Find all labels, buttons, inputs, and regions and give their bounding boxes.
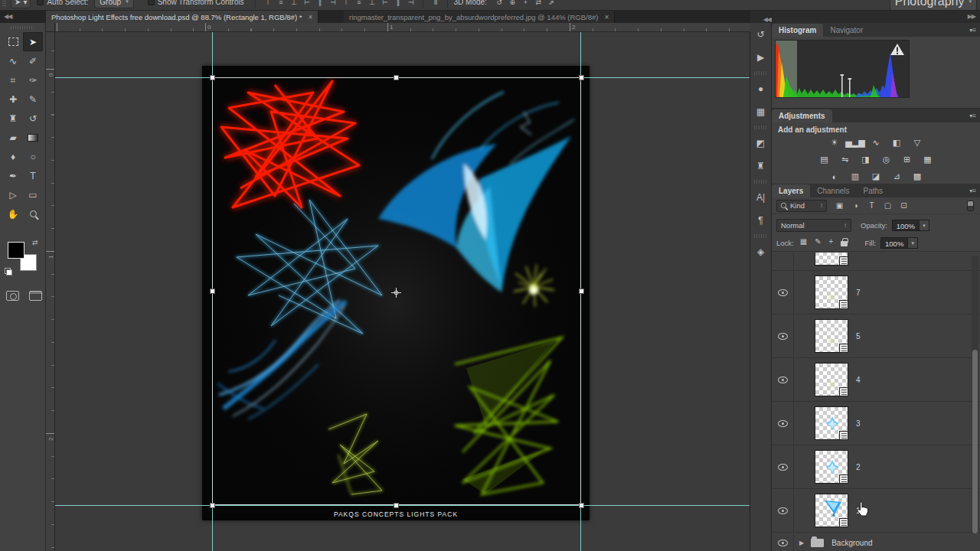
document-tab-inactive[interactable]: ringmaster_transparent_png_by_absurdword…	[344, 11, 615, 23]
panel-menu-icon[interactable]: ▾≡	[969, 112, 976, 119]
filter-type-layers-icon[interactable]: T	[865, 200, 878, 211]
collapse-panels-icon[interactable]: ▶▶	[968, 13, 975, 20]
swap-colors-icon[interactable]: ⇄	[32, 239, 38, 246]
foreground-color-swatch[interactable]	[8, 242, 24, 259]
actions-panel-icon[interactable]: ▶	[752, 46, 770, 69]
layer-name[interactable]: 2	[856, 463, 861, 471]
gradient-map-icon[interactable]: ▩	[910, 170, 925, 183]
layers-scrollbar[interactable]	[972, 256, 978, 533]
rectangle-tool[interactable]: ▭	[23, 185, 43, 204]
rectangular-marquee-tool[interactable]	[3, 32, 23, 51]
spot-healing-brush-tool[interactable]: ✚	[3, 90, 23, 109]
color-panel-icon[interactable]: ●	[752, 77, 770, 100]
gradient-tool[interactable]	[23, 128, 43, 147]
panel-menu-icon[interactable]: ▾≡	[969, 27, 976, 34]
pen-tool[interactable]: ✒	[3, 166, 23, 185]
ruler-origin-box[interactable]	[46, 23, 55, 32]
lock-transparent-pixels-icon[interactable]: ▦	[800, 237, 807, 248]
photo-filter-icon[interactable]: ◎	[879, 153, 894, 166]
vibrance-icon[interactable]: ▽	[910, 136, 925, 149]
transform-handle-bottom-right[interactable]	[579, 503, 584, 508]
brightness-contrast-icon[interactable]: ☀	[827, 136, 842, 149]
align-bottom-edges-icon[interactable]: ⊥	[288, 0, 299, 6]
lock-position-icon[interactable]: +	[829, 237, 834, 248]
invert-icon[interactable]: ◐	[827, 170, 842, 183]
tab-adjustments[interactable]: Adjustments	[772, 109, 832, 122]
filter-toggle-switch[interactable]	[967, 201, 974, 211]
visibility-toggle[interactable]	[772, 445, 794, 488]
align-horizontal-centers-icon[interactable]: ∥	[314, 0, 325, 6]
layer-name[interactable]: 3	[856, 419, 861, 428]
brush-tool[interactable]: ✎	[23, 90, 43, 109]
hand-tool[interactable]: ✋	[3, 204, 23, 223]
curves-icon[interactable]: ∿	[868, 136, 884, 149]
layer-row-5[interactable]: 5	[772, 315, 980, 358]
clone-source-panel-icon[interactable]: ♜	[752, 155, 770, 178]
3d-drag-icon[interactable]: +	[520, 0, 531, 6]
align-left-edges-icon[interactable]: ⊢	[301, 0, 312, 6]
blend-mode-dropdown[interactable]: Normal ↕	[776, 219, 851, 232]
black-white-icon[interactable]: ◨	[858, 153, 874, 166]
3d-panel-icon[interactable]: ◈	[752, 240, 770, 263]
layer-name[interactable]: 7	[856, 289, 861, 297]
transform-handle-middle-left[interactable]	[210, 289, 215, 294]
distribute-left-edges-icon[interactable]: ⊢	[379, 0, 390, 6]
zoom-tool[interactable]	[23, 204, 43, 223]
blur-tool[interactable]: ♦	[3, 147, 23, 166]
layer-row-3[interactable]: 3	[772, 402, 980, 445]
filter-adjustment-layers-icon[interactable]: ◑	[849, 200, 862, 211]
lock-image-pixels-icon[interactable]: ✎	[815, 237, 821, 248]
layer-row-2[interactable]: 2	[772, 445, 980, 489]
layer-thumbnail[interactable]	[815, 363, 848, 396]
crop-tool[interactable]: ⌗	[3, 70, 23, 90]
history-brush-tool[interactable]: ↺	[23, 109, 43, 128]
lock-all-icon[interactable]	[841, 237, 848, 248]
tab-paths[interactable]: Paths	[857, 184, 890, 197]
dodge-tool[interactable]: ○	[23, 147, 43, 166]
show-transform-checkbox[interactable]	[148, 0, 155, 5]
channel-mixer-icon[interactable]: ⊞	[900, 153, 915, 166]
distribute-right-edges-icon[interactable]: ⊣	[405, 0, 416, 6]
close-icon[interactable]: ×	[308, 13, 312, 21]
tab-histogram[interactable]: Histogram	[772, 24, 823, 37]
color-lookup-icon[interactable]: ▦	[920, 153, 936, 166]
move-tool[interactable]: ➤	[23, 32, 43, 51]
close-icon[interactable]: ×	[604, 13, 609, 21]
scrollbar-thumb[interactable]	[972, 350, 978, 533]
layer-thumbnail[interactable]	[815, 406, 848, 440]
3d-slide-icon[interactable]: ⇄	[533, 0, 544, 6]
layer-row-4[interactable]: 4	[772, 358, 980, 402]
align-top-edges-icon[interactable]: ⊤	[262, 0, 273, 6]
tab-layers[interactable]: Layers	[772, 184, 810, 197]
show-transform-option[interactable]: Show Transform Controls	[148, 0, 244, 6]
color-balance-icon[interactable]: ⇋	[838, 153, 853, 166]
layer-name[interactable]: 4	[856, 376, 861, 384]
layer-thumbnail[interactable]	[815, 319, 848, 353]
auto-align-layers-icon[interactable]: ⫼	[430, 0, 441, 6]
swatches-panel-icon[interactable]: ▦	[752, 100, 770, 123]
opacity-value[interactable]: 100%	[892, 220, 920, 231]
layer-thumbnail[interactable]	[815, 253, 848, 266]
filter-pixel-layers-icon[interactable]: ▣	[833, 200, 846, 211]
exposure-icon[interactable]: ◧	[889, 136, 904, 149]
visibility-toggle[interactable]	[772, 358, 794, 401]
3d-rotate-icon[interactable]: ↺	[494, 0, 505, 6]
layer-thumbnail[interactable]	[815, 276, 848, 309]
visibility-toggle[interactable]	[772, 534, 794, 551]
distribute-horizontal-centers-icon[interactable]: ∥	[392, 0, 403, 6]
type-tool[interactable]: T	[23, 166, 43, 185]
align-vertical-centers-icon[interactable]: ≡	[275, 0, 286, 6]
layer-row-background-group[interactable]: ▶ Background	[772, 534, 980, 551]
auto-select-checkbox[interactable]	[37, 0, 44, 5]
transform-handle-bottom-center[interactable]	[394, 503, 399, 508]
layer-row-1[interactable]: 1	[772, 489, 980, 533]
opacity-field[interactable]: 100% ▼	[892, 220, 929, 231]
layer-thumbnail[interactable]	[815, 494, 848, 527]
distribute-bottom-edges-icon[interactable]: ⊥	[366, 0, 377, 6]
filter-kind-dropdown[interactable]: Kind ↕	[776, 200, 827, 212]
paragraph-panel-icon[interactable]: ¶	[752, 209, 770, 232]
layer-row-7[interactable]: 7	[772, 271, 980, 315]
layer-name[interactable]: 5	[856, 332, 861, 341]
toolbar-gripper[interactable]	[11, 26, 34, 29]
3d-roll-icon[interactable]: ⊕	[507, 0, 518, 6]
